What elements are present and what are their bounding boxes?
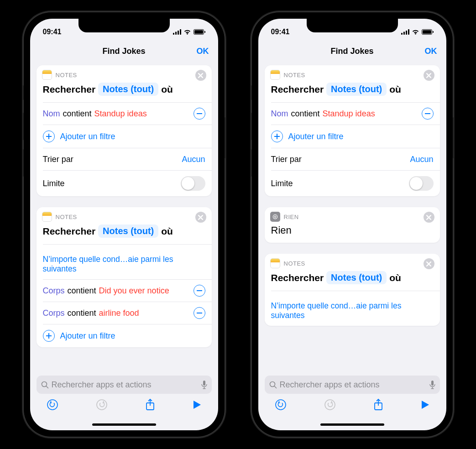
close-icon <box>426 261 431 266</box>
filter-operator: contient <box>291 109 320 119</box>
share-button[interactable] <box>373 398 383 411</box>
add-filter-label: Ajouter un filtre <box>60 132 115 141</box>
battery-icon <box>194 29 205 35</box>
close-icon <box>426 73 431 78</box>
status-indicators <box>401 29 434 35</box>
svg-rect-22 <box>433 31 434 33</box>
cellular-icon <box>173 29 181 35</box>
search-input[interactable]: Rechercher apps et actions <box>37 376 212 394</box>
remove-filter-button[interactable] <box>194 307 205 319</box>
action-app-label: RIEN <box>284 214 299 220</box>
bottom-area: Rechercher apps et actions <box>258 376 446 418</box>
battery-icon <box>422 29 434 35</box>
filter-row[interactable]: Corps contient airline food <box>37 302 212 324</box>
page-title: Find Jokes <box>102 47 145 56</box>
undo-button[interactable] <box>47 399 58 411</box>
action-title[interactable]: Rechercher Notes (tout) où <box>37 222 212 244</box>
action-verb: Rechercher <box>43 226 96 237</box>
svg-point-13 <box>97 400 107 410</box>
svg-rect-27 <box>431 381 434 386</box>
action-title[interactable]: Rechercher Notes (tout) où <box>37 80 212 102</box>
search-placeholder: Rechercher apps et actions <box>52 380 152 390</box>
remove-filter-button[interactable] <box>422 108 434 120</box>
search-icon <box>41 381 49 389</box>
svg-point-7 <box>42 381 47 386</box>
limit-toggle[interactable] <box>181 176 205 191</box>
filter-row[interactable]: Nom contient Standup ideas <box>265 103 440 125</box>
filter-attribute: Nom <box>271 109 288 119</box>
home-indicator[interactable] <box>258 418 446 430</box>
nav-bar: Find Jokes OK <box>30 41 218 62</box>
action-app-label: NOTES <box>284 260 305 267</box>
add-filter-button[interactable]: Ajouter un filtre <box>37 324 212 347</box>
content-area: NOTES Rechercher Notes (tout) où Nom con… <box>30 62 218 376</box>
notes-app-icon <box>270 70 280 80</box>
limit-toggle[interactable] <box>409 176 434 191</box>
svg-point-24 <box>274 216 276 218</box>
svg-point-12 <box>47 400 58 410</box>
action-suffix: où <box>389 84 401 95</box>
gear-icon <box>270 212 280 222</box>
svg-rect-2 <box>178 31 179 35</box>
action-suffix: où <box>389 272 401 283</box>
notes-app-icon <box>42 70 52 80</box>
notes-app-icon <box>270 258 280 268</box>
condition-selector[interactable]: N’importe quelle cond…aie parmi les suiv… <box>37 245 212 279</box>
plus-icon <box>271 131 283 142</box>
wifi-icon <box>412 29 419 35</box>
done-button[interactable]: OK <box>197 47 209 56</box>
remove-filter-button[interactable] <box>194 108 205 120</box>
wifi-icon <box>183 29 191 35</box>
status-indicators <box>173 29 205 35</box>
remove-filter-button[interactable] <box>194 285 205 297</box>
condition-selector[interactable]: N’importe quelle cond…aie parmi les suiv… <box>265 291 440 326</box>
action-title[interactable]: Rechercher Notes (tout) où <box>265 268 440 291</box>
remove-action-button[interactable] <box>424 258 434 269</box>
action-suffix: où <box>161 84 173 95</box>
sort-label: Trier par <box>271 155 302 164</box>
share-button[interactable] <box>145 398 155 411</box>
action-verb: Rechercher <box>271 84 324 95</box>
action-token[interactable]: Notes (tout) <box>326 271 387 284</box>
add-filter-button[interactable]: Ajouter un filtre <box>265 125 440 148</box>
action-suffix: où <box>161 226 173 237</box>
remove-action-button[interactable] <box>424 70 434 81</box>
action-verb: Rechercher <box>271 272 324 283</box>
search-icon <box>269 381 277 389</box>
undo-button[interactable] <box>275 399 287 411</box>
action-token[interactable]: Notes (tout) <box>98 224 158 238</box>
close-icon <box>198 73 203 78</box>
add-filter-button[interactable]: Ajouter un filtre <box>37 125 212 148</box>
filter-row[interactable]: Corps contient Did you ever notice <box>37 280 212 302</box>
done-button[interactable]: OK <box>425 47 437 56</box>
remove-action-button[interactable] <box>195 70 206 81</box>
add-filter-label: Ajouter un filtre <box>60 331 115 341</box>
action-token[interactable]: Notes (tout) <box>326 83 387 96</box>
search-input[interactable]: Rechercher apps et actions <box>265 376 440 394</box>
home-indicator[interactable] <box>30 418 218 430</box>
svg-rect-21 <box>423 30 431 34</box>
mic-icon[interactable] <box>201 381 207 389</box>
filter-value: Standup ideas <box>94 109 147 119</box>
sort-by-row[interactable]: Trier par Aucun <box>265 148 440 170</box>
mic-icon[interactable] <box>429 381 435 389</box>
content-area: NOTES Rechercher Notes (tout) où Nom con… <box>258 62 446 376</box>
action-title: Rien <box>265 222 440 243</box>
limit-label: Limite <box>271 179 293 188</box>
sort-by-row[interactable]: Trier par Aucun <box>37 148 212 170</box>
play-button[interactable] <box>193 400 202 410</box>
action-token[interactable]: Notes (tout) <box>98 83 158 96</box>
filter-attribute: Corps <box>43 286 65 296</box>
nav-bar: Find Jokes OK <box>258 41 446 62</box>
filter-row[interactable]: Nom contient Standup ideas <box>37 103 212 125</box>
remove-action-button[interactable] <box>195 212 206 223</box>
remove-action-button[interactable] <box>424 212 434 223</box>
plus-icon <box>43 131 55 142</box>
svg-rect-9 <box>203 381 205 386</box>
svg-line-8 <box>46 386 48 388</box>
action-title[interactable]: Rechercher Notes (tout) où <box>265 80 440 102</box>
play-button[interactable] <box>421 400 430 410</box>
action-verb: Rechercher <box>43 84 96 95</box>
action-card-nothing: RIEN Rien <box>265 207 440 243</box>
toolbar <box>37 394 212 416</box>
